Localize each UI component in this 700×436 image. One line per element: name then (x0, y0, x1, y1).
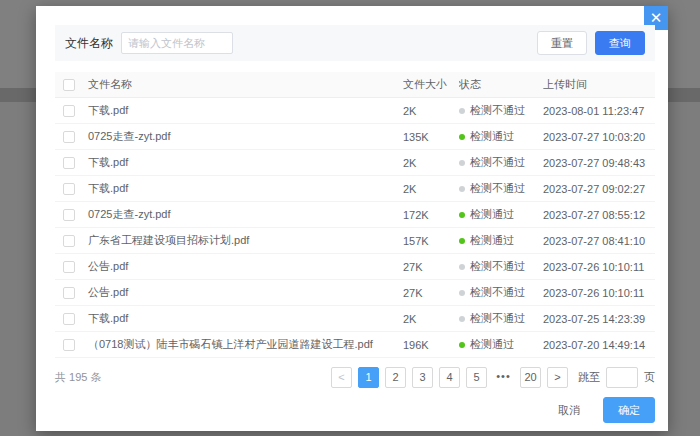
file-name-cell: 公告.pdf (85, 285, 403, 300)
row-checkbox-cell (55, 261, 85, 273)
status-label: 检测不通过 (470, 103, 525, 118)
prev-page-button[interactable]: < (331, 367, 352, 388)
row-checkbox[interactable] (63, 209, 75, 221)
page-button-4[interactable]: 4 (439, 367, 460, 388)
table-body: 下载.pdf 2K 检测不通过 2023-08-01 11:23:47 0725… (55, 98, 655, 358)
query-button[interactable]: 查询 (595, 31, 645, 55)
status-label: 检测不通过 (470, 259, 525, 274)
row-checkbox-cell (55, 313, 85, 325)
file-list-dialog: ✕ 文件名称 重置 查询 文件名称 文件大小 状态 上传时间 下载.pdf (36, 6, 668, 431)
row-checkbox[interactable] (63, 183, 75, 195)
status-label: 检测通过 (470, 233, 514, 248)
file-table: 文件名称 文件大小 状态 上传时间 下载.pdf 2K 检测不通过 2023-0… (55, 72, 655, 358)
page-button-5[interactable]: 5 (466, 367, 487, 388)
table-row: 0725走查-zyt.pdf 135K 检测通过 2023-07-27 10:0… (55, 124, 655, 150)
row-checkbox-cell (55, 209, 85, 221)
file-name-cell: 下载.pdf (85, 155, 403, 170)
upload-time-cell: 2023-07-20 14:49:14 (543, 339, 655, 351)
file-name-cell: 下载.pdf (85, 103, 403, 118)
row-checkbox[interactable] (63, 131, 75, 143)
status-label: 检测通过 (470, 207, 514, 222)
dialog-footer: 取消 确定 (545, 397, 655, 423)
file-name-input[interactable] (121, 32, 233, 54)
status-cell: 检测不通过 (459, 103, 543, 118)
header-upload-time: 上传时间 (543, 77, 655, 92)
file-name-cell: 下载.pdf (85, 181, 403, 196)
row-checkbox-cell (55, 287, 85, 299)
row-checkbox-cell (55, 131, 85, 143)
file-size-cell: 27K (403, 261, 459, 273)
file-name-cell: 下载.pdf (85, 311, 403, 326)
row-checkbox-cell (55, 183, 85, 195)
table-header-row: 文件名称 文件大小 状态 上传时间 (55, 72, 655, 98)
page-buttons: 12345 (352, 367, 487, 388)
table-row: 下载.pdf 2K 检测不通过 2023-07-27 09:48:43 (55, 150, 655, 176)
row-checkbox[interactable] (63, 157, 75, 169)
status-dot (459, 186, 465, 192)
file-name-cell: 公告.pdf (85, 259, 403, 274)
row-checkbox-cell (55, 235, 85, 247)
search-panel: 文件名称 重置 查询 (55, 25, 655, 61)
jump-to-label: 跳至 (578, 370, 600, 385)
row-checkbox-cell (55, 105, 85, 117)
upload-time-cell: 2023-07-26 10:10:11 (543, 287, 655, 299)
status-label: 检测不通过 (470, 311, 525, 326)
jump-page-suffix: 页 (644, 370, 655, 385)
status-dot (459, 342, 465, 348)
upload-time-cell: 2023-07-26 10:10:11 (543, 261, 655, 273)
header-file-size: 文件大小 (403, 77, 459, 92)
reset-button[interactable]: 重置 (537, 31, 587, 55)
row-checkbox[interactable] (63, 261, 75, 273)
header-status: 状态 (459, 77, 543, 92)
file-name-label: 文件名称 (65, 35, 113, 52)
upload-time-cell: 2023-07-27 09:02:27 (543, 183, 655, 195)
row-checkbox[interactable] (63, 105, 75, 117)
select-all-checkbox[interactable] (63, 79, 75, 91)
status-cell: 检测不通过 (459, 181, 543, 196)
cancel-button[interactable]: 取消 (545, 398, 593, 422)
header-checkbox-cell (55, 79, 85, 91)
page-button-2[interactable]: 2 (385, 367, 406, 388)
page-button-3[interactable]: 3 (412, 367, 433, 388)
status-dot (459, 134, 465, 140)
dialog-body: 文件名称 重置 查询 文件名称 文件大小 状态 上传时间 下载.pdf 2K (55, 25, 655, 388)
page-button-1[interactable]: 1 (358, 367, 379, 388)
upload-time-cell: 2023-07-27 09:48:43 (543, 157, 655, 169)
row-checkbox[interactable] (63, 313, 75, 325)
file-size-cell: 157K (403, 235, 459, 247)
status-dot (459, 238, 465, 244)
file-size-cell: 2K (403, 105, 459, 117)
jump-page-input[interactable] (606, 367, 638, 388)
row-checkbox[interactable] (63, 287, 75, 299)
file-size-cell: 172K (403, 209, 459, 221)
status-cell: 检测通过 (459, 337, 543, 352)
upload-time-cell: 2023-07-25 14:23:39 (543, 313, 655, 325)
table-row: （0718测试）陆丰市碣石镇上洋村产业园道路建设工程.pdf 196K 检测通过… (55, 332, 655, 358)
status-cell: 检测通过 (459, 129, 543, 144)
file-size-cell: 2K (403, 157, 459, 169)
file-name-cell: （0718测试）陆丰市碣石镇上洋村产业园道路建设工程.pdf (85, 337, 403, 352)
row-checkbox[interactable] (63, 235, 75, 247)
upload-time-cell: 2023-07-27 08:55:12 (543, 209, 655, 221)
row-checkbox-cell (55, 157, 85, 169)
status-label: 检测不通过 (470, 285, 525, 300)
status-label: 检测不通过 (470, 155, 525, 170)
more-pages-ellipsis: ••• (493, 367, 514, 388)
file-name-cell: 0725走查-zyt.pdf (85, 129, 403, 144)
table-row: 公告.pdf 27K 检测不通过 2023-07-26 10:10:11 (55, 280, 655, 306)
file-size-cell: 27K (403, 287, 459, 299)
last-page-button[interactable]: 20 (520, 367, 541, 388)
upload-time-cell: 2023-08-01 11:23:47 (543, 105, 655, 117)
file-size-cell: 196K (403, 339, 459, 351)
pagination-bar: 共 195 条 < 12345 ••• 20 > 跳至 页 (55, 367, 655, 388)
file-size-cell: 2K (403, 313, 459, 325)
status-cell: 检测不通过 (459, 285, 543, 300)
status-dot (459, 264, 465, 270)
row-checkbox[interactable] (63, 339, 75, 351)
next-page-button[interactable]: > (547, 367, 568, 388)
header-file-name: 文件名称 (85, 77, 403, 92)
status-label: 检测通过 (470, 337, 514, 352)
status-cell: 检测不通过 (459, 259, 543, 274)
confirm-button[interactable]: 确定 (603, 397, 655, 423)
total-count-label: 共 195 条 (55, 370, 101, 385)
